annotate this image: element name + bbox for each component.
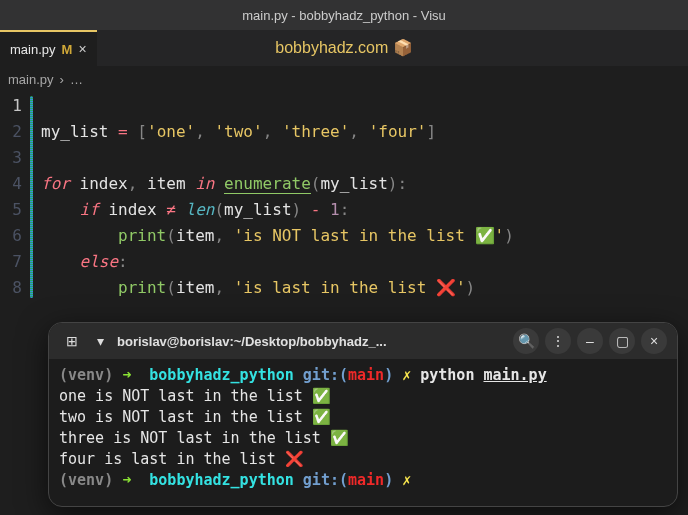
line-number-gutter: 1 2 3 4 5 6 7 8 — [0, 93, 28, 301]
watermark-text: bobbyhadz.com 📦 — [275, 38, 412, 57]
code-editor[interactable]: 1 2 3 4 5 6 7 8 my_list = ['one', 'two',… — [0, 93, 688, 301]
line-number: 6 — [0, 223, 22, 249]
terminal-output[interactable]: (venv) ➜ bobbyhadz_python git:(main) ✗ p… — [49, 359, 677, 506]
breadcrumb-separator-icon: › — [60, 72, 64, 87]
maximize-icon[interactable]: ▢ — [609, 328, 635, 354]
terminal-window: ⊞ ▾ borislav@borislav:~/Desktop/bobbyhad… — [48, 322, 678, 507]
terminal-title: borislav@borislav:~/Desktop/bobbyhadz_..… — [117, 334, 503, 349]
minimize-icon[interactable]: – — [577, 328, 603, 354]
line-number: 3 — [0, 145, 22, 171]
line-number: 1 — [0, 93, 22, 119]
line-number: 7 — [0, 249, 22, 275]
line-number: 2 — [0, 119, 22, 145]
tab-dropdown-icon[interactable]: ▾ — [93, 328, 107, 354]
new-tab-icon[interactable]: ⊞ — [59, 328, 85, 354]
line-number: 8 — [0, 275, 22, 301]
terminal-header: ⊞ ▾ borislav@borislav:~/Desktop/bobbyhad… — [49, 323, 677, 359]
window-title: main.py - bobbyhadz_python - Visu — [242, 8, 446, 23]
tab-modified-indicator: M — [62, 42, 73, 57]
line-number: 4 — [0, 171, 22, 197]
search-icon[interactable]: 🔍 — [513, 328, 539, 354]
close-icon[interactable]: × — [641, 328, 667, 354]
tab-main-py[interactable]: main.py M × — [0, 30, 97, 66]
tab-close-icon[interactable]: × — [78, 41, 86, 57]
breadcrumb-more[interactable]: … — [70, 72, 83, 87]
code-area[interactable]: my_list = ['one', 'two', 'three', 'four'… — [36, 93, 514, 301]
breadcrumb-file[interactable]: main.py — [8, 72, 54, 87]
menu-icon[interactable]: ⋮ — [545, 328, 571, 354]
window-title-bar: main.py - bobbyhadz_python - Visu — [0, 0, 688, 30]
gutter-color-bar — [28, 93, 36, 301]
breadcrumb[interactable]: main.py › … — [0, 66, 688, 93]
tab-bar: main.py M × bobbyhadz.com 📦 — [0, 30, 688, 66]
tab-filename: main.py — [10, 42, 56, 57]
line-number: 5 — [0, 197, 22, 223]
